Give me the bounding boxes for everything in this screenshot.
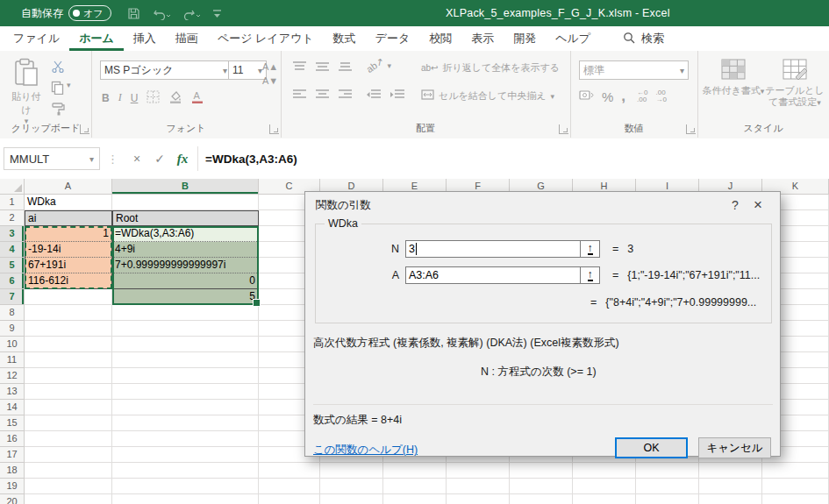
- cell-E19[interactable]: [383, 479, 447, 494]
- cell-C19[interactable]: [259, 479, 320, 494]
- cell-B2[interactable]: Root: [112, 210, 259, 226]
- cell-A17[interactable]: [25, 447, 112, 463]
- cell-F19[interactable]: [447, 479, 510, 494]
- borders-button[interactable]: [147, 90, 160, 106]
- cell-B10[interactable]: [112, 337, 259, 352]
- tab-developer[interactable]: 開発: [504, 26, 546, 51]
- shrink-font-button[interactable]: A▼: [262, 75, 278, 86]
- cell-E20[interactable]: [383, 494, 447, 504]
- tab-draw[interactable]: 描画: [166, 26, 208, 51]
- function-help-link[interactable]: この関数のヘルプ(H): [313, 443, 418, 458]
- align-middle-icon[interactable]: [316, 61, 329, 75]
- cell-B18[interactable]: [112, 463, 259, 479]
- cell-H18[interactable]: [573, 463, 636, 479]
- tab-page-layout[interactable]: ページ レイアウト: [208, 26, 324, 51]
- cell-A7[interactable]: [25, 289, 112, 305]
- decrease-decimal-button[interactable]: .00→0: [656, 89, 667, 103]
- cell-G20[interactable]: [510, 494, 573, 504]
- cell-B6[interactable]: 0: [112, 273, 259, 289]
- tab-review[interactable]: 校閲: [419, 26, 461, 51]
- cell-B7[interactable]: 5: [112, 289, 259, 305]
- increase-indent-icon[interactable]: [389, 89, 404, 103]
- accounting-format-icon[interactable]: [579, 89, 594, 103]
- row-header-8[interactable]: 8: [0, 305, 25, 321]
- underline-button[interactable]: U: [131, 92, 139, 104]
- cell-A13[interactable]: [25, 384, 112, 400]
- cell-A10[interactable]: [25, 337, 112, 352]
- cell-F18[interactable]: [447, 463, 510, 479]
- align-bottom-icon[interactable]: [339, 61, 352, 75]
- paste-button[interactable]: 貼り付け ▾: [7, 58, 46, 125]
- arg-a-input[interactable]: A3:A6: [405, 266, 581, 284]
- comma-style-button[interactable]: ,: [621, 88, 625, 105]
- grow-font-button[interactable]: A▲: [262, 61, 278, 72]
- tab-data[interactable]: データ: [366, 26, 420, 51]
- copy-dropdown-icon[interactable]: ▾: [67, 81, 71, 95]
- cell-B19[interactable]: [112, 479, 259, 494]
- row-header-13[interactable]: 13: [0, 384, 25, 400]
- alignment-dialog-launcher[interactable]: [559, 124, 568, 134]
- cell-K20[interactable]: [762, 494, 829, 504]
- cell-A1[interactable]: WDka: [25, 195, 112, 210]
- tab-view[interactable]: 表示: [461, 26, 504, 51]
- row-header-7[interactable]: 7: [0, 289, 25, 305]
- clipboard-dialog-launcher[interactable]: [80, 124, 89, 134]
- align-left-icon[interactable]: [293, 89, 306, 103]
- orientation-icon[interactable]: ab↗: [364, 55, 386, 75]
- cell-B1[interactable]: [112, 195, 259, 210]
- bold-button[interactable]: B: [102, 92, 110, 104]
- row-header-16[interactable]: 16: [0, 431, 25, 447]
- tab-file[interactable]: ファイル: [4, 26, 69, 51]
- number-format-combo[interactable]: 標準 ▾: [579, 60, 689, 80]
- row-header-11[interactable]: 11: [0, 352, 25, 368]
- row-header-18[interactable]: 18: [0, 463, 25, 479]
- dialog-title-bar[interactable]: 関数の引数 ? ×: [305, 192, 780, 218]
- arg-a-collapse-button[interactable]: ↑: [581, 266, 600, 284]
- align-right-icon[interactable]: [339, 89, 352, 103]
- tab-formulas[interactable]: 数式: [324, 26, 366, 51]
- tab-home[interactable]: ホーム: [69, 26, 124, 51]
- wrap-text-button[interactable]: ab↩ 折り返して全体を表示する: [421, 61, 560, 75]
- cell-A15[interactable]: [25, 415, 112, 431]
- customize-qat-icon[interactable]: [212, 8, 222, 19]
- number-dialog-launcher[interactable]: [686, 124, 696, 134]
- font-dialog-launcher[interactable]: [269, 124, 279, 134]
- autosave-pill[interactable]: オフ: [68, 5, 111, 21]
- cell-A19[interactable]: [25, 479, 112, 494]
- cell-K19[interactable]: [762, 479, 829, 494]
- select-all-corner[interactable]: [0, 179, 25, 195]
- fill-handle[interactable]: [253, 299, 261, 307]
- cell-B13[interactable]: [112, 384, 259, 400]
- cell-A16[interactable]: [25, 431, 112, 447]
- cell-B16[interactable]: [112, 431, 259, 447]
- cell-A20[interactable]: [25, 494, 112, 504]
- align-top-icon[interactable]: [293, 61, 306, 75]
- name-box-dropdown-icon[interactable]: ▾: [89, 154, 94, 164]
- row-header-19[interactable]: 19: [0, 479, 25, 494]
- cell-A5[interactable]: 67+191i: [25, 258, 112, 273]
- font-name-combo[interactable]: MS Pゴシック ▾: [100, 60, 232, 80]
- arg-n-collapse-button[interactable]: ↑: [581, 240, 600, 258]
- row-header-10[interactable]: 10: [0, 337, 25, 352]
- row-header-17[interactable]: 17: [0, 447, 25, 463]
- cell-A9[interactable]: [25, 321, 112, 337]
- row-header-9[interactable]: 9: [0, 321, 25, 337]
- column-header-A[interactable]: A: [25, 179, 112, 195]
- cell-B8[interactable]: [112, 305, 259, 321]
- cell-A3[interactable]: 1: [25, 226, 112, 242]
- column-header-B[interactable]: B: [112, 179, 259, 195]
- cell-A12[interactable]: [25, 368, 112, 384]
- cell-F20[interactable]: [447, 494, 510, 504]
- cell-B20[interactable]: [112, 494, 259, 504]
- cell-B17[interactable]: [112, 447, 259, 463]
- cell-I20[interactable]: [636, 494, 699, 504]
- autosave-toggle[interactable]: 自動保存 オフ: [21, 5, 111, 21]
- cell-A18[interactable]: [25, 463, 112, 479]
- cell-B15[interactable]: [112, 415, 259, 431]
- row-header-6[interactable]: 6: [0, 273, 25, 289]
- cancel-button[interactable]: キャンセル: [698, 437, 771, 458]
- row-header-20[interactable]: 20: [0, 494, 25, 504]
- cell-B4[interactable]: 4+9i: [112, 242, 259, 258]
- font-color-button[interactable]: A: [191, 89, 204, 106]
- enter-entry-button[interactable]: ✓: [148, 152, 171, 166]
